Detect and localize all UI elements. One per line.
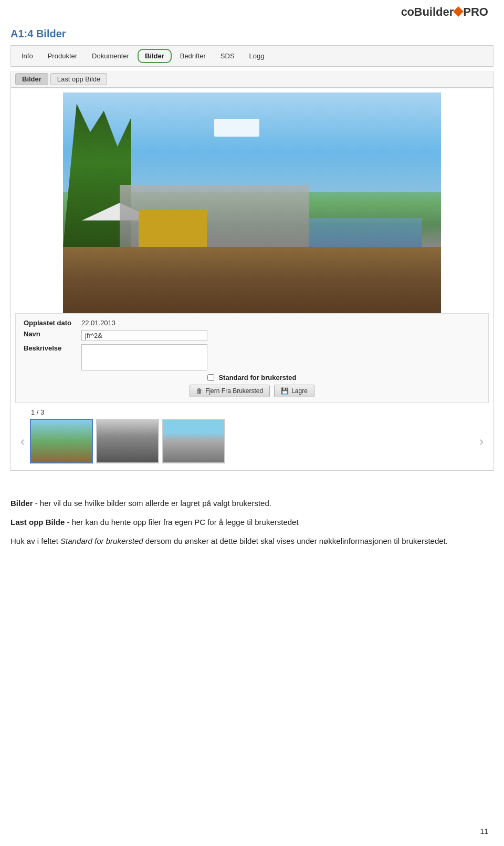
standard-italic: Standard for brukersted xyxy=(60,537,143,545)
prev-arrow[interactable]: ‹ xyxy=(15,434,30,449)
thumb-img-2 xyxy=(97,420,158,462)
sub-tab-bilder[interactable]: Bilder xyxy=(15,73,48,85)
thumbnail-2[interactable] xyxy=(96,419,159,463)
bilder-bold: Bilder xyxy=(10,499,33,508)
image-meta: Opplastet dato 22.01.2013 Navn Beskrivel… xyxy=(15,313,489,403)
meta-label-beskrivelse: Beskrivelse xyxy=(24,344,81,352)
nav-item-sds[interactable]: SDS xyxy=(214,50,241,62)
nav-item-bilder[interactable]: Bilder xyxy=(138,49,172,63)
thumbnail-1[interactable] xyxy=(30,419,93,463)
standard-checkbox[interactable] xyxy=(207,374,214,381)
main-image-container xyxy=(63,92,441,313)
standard-checkbox-row: Standard for brukersted xyxy=(24,374,480,381)
lagre-btn-label: Lagre xyxy=(291,387,308,395)
logo: co Builder PRO xyxy=(401,5,488,19)
standard-label: Standard for brukersted xyxy=(218,374,296,381)
logo-pro-text: PRO xyxy=(463,5,488,19)
thumb-img-1 xyxy=(31,420,92,462)
lagre-button[interactable]: 💾 Lagre xyxy=(274,385,314,397)
description-paragraph-2: Last opp Bilde - her kan du hente opp fi… xyxy=(10,516,494,529)
product-panel: Opplastet dato 22.01.2013 Navn Beskrivel… xyxy=(10,88,494,471)
desc-text-2: - her kan du hente opp filer fra egen PC… xyxy=(65,518,298,527)
logo-builder-text: Builder xyxy=(414,5,454,19)
description-area: Bilder - her vil du se hvilke bilder som… xyxy=(0,481,504,564)
fjern-btn-label: Fjern Fra Brukersted xyxy=(205,387,263,395)
image-yellow-house xyxy=(139,210,207,258)
thumbnails-section: 1 / 3 ‹ › xyxy=(15,403,489,466)
nav-item-info[interactable]: Info xyxy=(15,50,39,62)
main-content: Info Produkter Dokumenter Bilder Bedrift… xyxy=(0,45,504,481)
meta-textarea-beskrivelse[interactable] xyxy=(81,344,207,370)
nav-item-bedrifter[interactable]: Bedrifter xyxy=(174,50,212,62)
fjern-fra-brukersted-button[interactable]: 🗑 Fjern Fra Brukersted xyxy=(190,385,270,397)
description-paragraph-1: Bilder - her vil du se hvilke bilder som… xyxy=(10,497,494,510)
meta-row-beskrivelse: Beskrivelse xyxy=(24,344,480,370)
last-opp-bilde-bold: Last opp Bilde xyxy=(10,518,65,527)
trash-icon: 🗑 xyxy=(196,387,203,395)
meta-row-navn: Navn xyxy=(24,330,480,341)
nav-item-produkter[interactable]: Produkter xyxy=(41,50,83,62)
image-water xyxy=(309,218,422,251)
pagination-text: 1 / 3 xyxy=(15,408,489,416)
description-paragraph-3: Huk av i feltet Standard for brukersted … xyxy=(10,535,494,548)
logo-co-text: co xyxy=(401,5,414,19)
main-image xyxy=(63,92,441,313)
meta-input-navn[interactable] xyxy=(81,330,207,341)
desc-text-3-end: dersom du ønsker at dette bildet skal vi… xyxy=(143,537,448,545)
logo-diamond-icon xyxy=(453,6,464,17)
nav-bar: Info Produkter Dokumenter Bilder Bedrift… xyxy=(10,45,494,67)
thumb-img-3 xyxy=(163,420,224,462)
page-number: 11 xyxy=(480,827,488,835)
meta-value-dato: 22.01.2013 xyxy=(81,319,116,327)
thumbnails-list xyxy=(30,419,474,463)
header: co Builder PRO xyxy=(0,0,504,22)
image-light-square xyxy=(214,119,259,137)
thumbnails-row: ‹ › xyxy=(15,419,489,463)
page-title: A1:4 Bilder xyxy=(0,22,504,45)
next-arrow[interactable]: › xyxy=(474,434,489,449)
desc-text-3-start: Huk av i feltet xyxy=(10,537,60,545)
nav-item-dokumenter[interactable]: Dokumenter xyxy=(86,50,135,62)
save-icon: 💾 xyxy=(281,387,289,395)
desc-text-1: - her vil du se hvilke bilder som allerd… xyxy=(33,499,271,508)
meta-label-navn: Navn xyxy=(24,330,81,338)
sub-tabs: Bilder Last opp Bilde xyxy=(10,71,494,88)
sub-tab-last-opp-bilde[interactable]: Last opp Bilde xyxy=(50,73,107,85)
action-buttons: 🗑 Fjern Fra Brukersted 💾 Lagre xyxy=(24,385,480,397)
meta-label-dato: Opplastet dato xyxy=(24,319,81,327)
thumbnail-3[interactable] xyxy=(162,419,225,463)
meta-row-dato: Opplastet dato 22.01.2013 xyxy=(24,319,480,327)
nav-item-logg[interactable]: Logg xyxy=(243,50,271,62)
